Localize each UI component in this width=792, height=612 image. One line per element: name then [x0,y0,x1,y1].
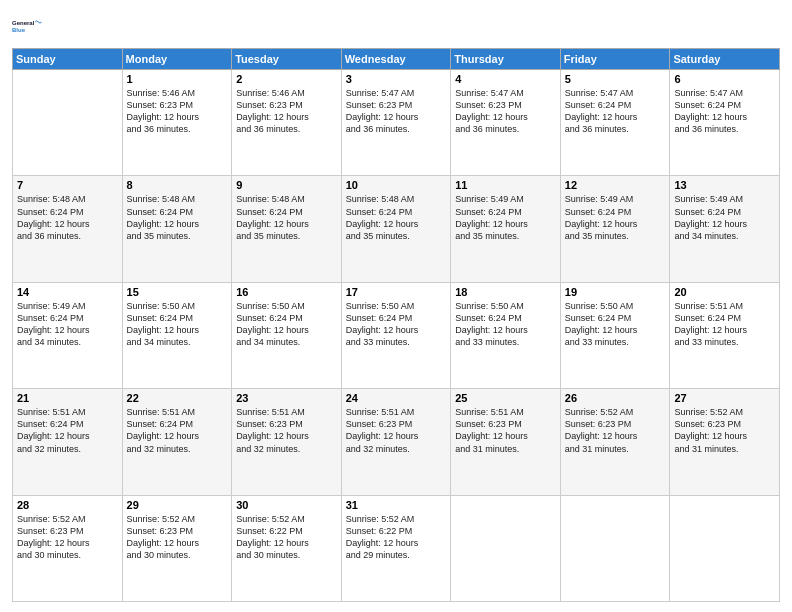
day-info: Sunrise: 5:49 AM Sunset: 6:24 PM Dayligh… [455,193,556,242]
header: GeneralBlue [12,10,780,42]
day-info: Sunrise: 5:50 AM Sunset: 6:24 PM Dayligh… [565,300,666,349]
calendar-cell: 22Sunrise: 5:51 AM Sunset: 6:24 PM Dayli… [122,389,232,495]
day-info: Sunrise: 5:47 AM Sunset: 6:24 PM Dayligh… [565,87,666,136]
week-row-4: 21Sunrise: 5:51 AM Sunset: 6:24 PM Dayli… [13,389,780,495]
calendar-cell: 15Sunrise: 5:50 AM Sunset: 6:24 PM Dayli… [122,282,232,388]
day-number: 8 [127,179,228,191]
calendar-cell: 6Sunrise: 5:47 AM Sunset: 6:24 PM Daylig… [670,70,780,176]
day-number: 13 [674,179,775,191]
day-info: Sunrise: 5:52 AM Sunset: 6:23 PM Dayligh… [17,513,118,562]
calendar-cell: 23Sunrise: 5:51 AM Sunset: 6:23 PM Dayli… [232,389,342,495]
day-info: Sunrise: 5:50 AM Sunset: 6:24 PM Dayligh… [127,300,228,349]
day-info: Sunrise: 5:52 AM Sunset: 6:23 PM Dayligh… [674,406,775,455]
calendar-cell: 14Sunrise: 5:49 AM Sunset: 6:24 PM Dayli… [13,282,123,388]
day-number: 11 [455,179,556,191]
day-number: 12 [565,179,666,191]
calendar-cell: 8Sunrise: 5:48 AM Sunset: 6:24 PM Daylig… [122,176,232,282]
svg-text:Blue: Blue [12,27,26,33]
calendar-cell: 20Sunrise: 5:51 AM Sunset: 6:24 PM Dayli… [670,282,780,388]
day-number: 26 [565,392,666,404]
calendar-cell [670,495,780,601]
day-number: 29 [127,499,228,511]
col-header-thursday: Thursday [451,49,561,70]
day-number: 19 [565,286,666,298]
calendar-cell: 11Sunrise: 5:49 AM Sunset: 6:24 PM Dayli… [451,176,561,282]
calendar-cell: 9Sunrise: 5:48 AM Sunset: 6:24 PM Daylig… [232,176,342,282]
day-number: 18 [455,286,556,298]
calendar-cell: 17Sunrise: 5:50 AM Sunset: 6:24 PM Dayli… [341,282,451,388]
day-info: Sunrise: 5:52 AM Sunset: 6:22 PM Dayligh… [346,513,447,562]
day-number: 28 [17,499,118,511]
day-info: Sunrise: 5:48 AM Sunset: 6:24 PM Dayligh… [127,193,228,242]
calendar-cell: 25Sunrise: 5:51 AM Sunset: 6:23 PM Dayli… [451,389,561,495]
calendar-cell: 2Sunrise: 5:46 AM Sunset: 6:23 PM Daylig… [232,70,342,176]
col-header-tuesday: Tuesday [232,49,342,70]
day-number: 24 [346,392,447,404]
day-info: Sunrise: 5:47 AM Sunset: 6:24 PM Dayligh… [674,87,775,136]
day-info: Sunrise: 5:52 AM Sunset: 6:22 PM Dayligh… [236,513,337,562]
calendar-cell: 7Sunrise: 5:48 AM Sunset: 6:24 PM Daylig… [13,176,123,282]
col-header-wednesday: Wednesday [341,49,451,70]
logo-icon: GeneralBlue [12,10,44,42]
day-info: Sunrise: 5:52 AM Sunset: 6:23 PM Dayligh… [127,513,228,562]
week-row-2: 7Sunrise: 5:48 AM Sunset: 6:24 PM Daylig… [13,176,780,282]
day-number: 7 [17,179,118,191]
day-info: Sunrise: 5:49 AM Sunset: 6:24 PM Dayligh… [17,300,118,349]
day-info: Sunrise: 5:51 AM Sunset: 6:24 PM Dayligh… [127,406,228,455]
day-info: Sunrise: 5:50 AM Sunset: 6:24 PM Dayligh… [346,300,447,349]
day-info: Sunrise: 5:50 AM Sunset: 6:24 PM Dayligh… [455,300,556,349]
calendar-cell: 16Sunrise: 5:50 AM Sunset: 6:24 PM Dayli… [232,282,342,388]
calendar-cell: 29Sunrise: 5:52 AM Sunset: 6:23 PM Dayli… [122,495,232,601]
day-number: 4 [455,73,556,85]
day-number: 25 [455,392,556,404]
calendar-cell: 27Sunrise: 5:52 AM Sunset: 6:23 PM Dayli… [670,389,780,495]
day-info: Sunrise: 5:51 AM Sunset: 6:23 PM Dayligh… [455,406,556,455]
day-info: Sunrise: 5:49 AM Sunset: 6:24 PM Dayligh… [565,193,666,242]
col-header-friday: Friday [560,49,670,70]
day-info: Sunrise: 5:47 AM Sunset: 6:23 PM Dayligh… [455,87,556,136]
day-number: 22 [127,392,228,404]
calendar-cell [560,495,670,601]
day-info: Sunrise: 5:52 AM Sunset: 6:23 PM Dayligh… [565,406,666,455]
calendar-cell: 12Sunrise: 5:49 AM Sunset: 6:24 PM Dayli… [560,176,670,282]
day-number: 6 [674,73,775,85]
calendar-cell: 13Sunrise: 5:49 AM Sunset: 6:24 PM Dayli… [670,176,780,282]
day-number: 17 [346,286,447,298]
day-info: Sunrise: 5:51 AM Sunset: 6:24 PM Dayligh… [674,300,775,349]
day-number: 14 [17,286,118,298]
day-info: Sunrise: 5:47 AM Sunset: 6:23 PM Dayligh… [346,87,447,136]
calendar-cell: 26Sunrise: 5:52 AM Sunset: 6:23 PM Dayli… [560,389,670,495]
day-info: Sunrise: 5:46 AM Sunset: 6:23 PM Dayligh… [236,87,337,136]
calendar-cell: 31Sunrise: 5:52 AM Sunset: 6:22 PM Dayli… [341,495,451,601]
day-info: Sunrise: 5:51 AM Sunset: 6:23 PM Dayligh… [346,406,447,455]
calendar-cell [13,70,123,176]
day-info: Sunrise: 5:48 AM Sunset: 6:24 PM Dayligh… [236,193,337,242]
calendar-cell: 28Sunrise: 5:52 AM Sunset: 6:23 PM Dayli… [13,495,123,601]
day-number: 31 [346,499,447,511]
day-info: Sunrise: 5:50 AM Sunset: 6:24 PM Dayligh… [236,300,337,349]
day-number: 5 [565,73,666,85]
day-number: 21 [17,392,118,404]
day-info: Sunrise: 5:51 AM Sunset: 6:24 PM Dayligh… [17,406,118,455]
day-number: 15 [127,286,228,298]
week-row-1: 1Sunrise: 5:46 AM Sunset: 6:23 PM Daylig… [13,70,780,176]
svg-text:General: General [12,20,35,26]
col-header-monday: Monday [122,49,232,70]
calendar-table: SundayMondayTuesdayWednesdayThursdayFrid… [12,48,780,602]
day-info: Sunrise: 5:48 AM Sunset: 6:24 PM Dayligh… [17,193,118,242]
calendar-cell [451,495,561,601]
day-info: Sunrise: 5:51 AM Sunset: 6:23 PM Dayligh… [236,406,337,455]
day-info: Sunrise: 5:46 AM Sunset: 6:23 PM Dayligh… [127,87,228,136]
day-number: 1 [127,73,228,85]
day-number: 16 [236,286,337,298]
day-number: 23 [236,392,337,404]
calendar-cell: 3Sunrise: 5:47 AM Sunset: 6:23 PM Daylig… [341,70,451,176]
calendar-cell: 10Sunrise: 5:48 AM Sunset: 6:24 PM Dayli… [341,176,451,282]
page: GeneralBlue SundayMondayTuesdayWednesday… [0,0,792,612]
day-number: 20 [674,286,775,298]
calendar-cell: 4Sunrise: 5:47 AM Sunset: 6:23 PM Daylig… [451,70,561,176]
day-number: 9 [236,179,337,191]
day-info: Sunrise: 5:49 AM Sunset: 6:24 PM Dayligh… [674,193,775,242]
logo: GeneralBlue [12,10,44,42]
day-number: 2 [236,73,337,85]
